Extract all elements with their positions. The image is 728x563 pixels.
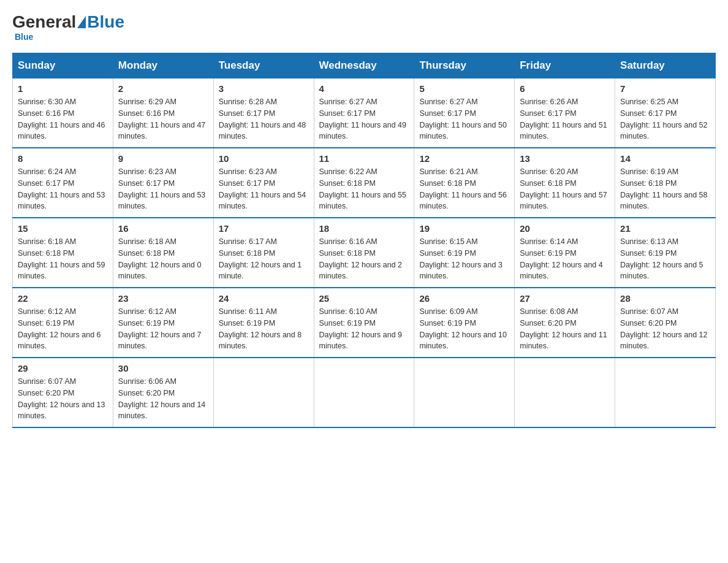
day-number: 13 <box>520 153 610 164</box>
day-info: Sunrise: 6:30 AMSunset: 6:16 PMDaylight:… <box>18 98 105 140</box>
logo-triangle-icon <box>77 16 86 28</box>
day-number: 21 <box>620 223 710 234</box>
calendar-body: 1 Sunrise: 6:30 AMSunset: 6:16 PMDayligh… <box>13 79 716 428</box>
col-wednesday: Wednesday <box>314 53 414 79</box>
day-number: 4 <box>319 83 409 94</box>
day-number: 16 <box>118 223 208 234</box>
calendar-cell: 5 Sunrise: 6:27 AMSunset: 6:17 PMDayligh… <box>414 79 515 148</box>
calendar-cell: 28 Sunrise: 6:07 AMSunset: 6:20 PMDaylig… <box>615 288 716 358</box>
day-number: 28 <box>620 293 710 304</box>
calendar-cell: 3 Sunrise: 6:28 AMSunset: 6:17 PMDayligh… <box>213 79 314 148</box>
day-info: Sunrise: 6:08 AMSunset: 6:20 PMDaylight:… <box>520 307 607 350</box>
day-info: Sunrise: 6:19 AMSunset: 6:18 PMDaylight:… <box>620 167 707 210</box>
day-number: 10 <box>219 153 309 164</box>
day-number: 22 <box>18 293 108 304</box>
calendar-cell <box>213 358 314 427</box>
day-number: 5 <box>419 83 509 94</box>
day-info: Sunrise: 6:26 AMSunset: 6:17 PMDaylight:… <box>520 98 607 140</box>
day-info: Sunrise: 6:13 AMSunset: 6:19 PMDaylight:… <box>620 237 703 280</box>
logo-general: General <box>12 12 76 32</box>
day-info: Sunrise: 6:24 AMSunset: 6:17 PMDaylight:… <box>18 167 105 210</box>
logo-underline: Blue <box>15 32 33 42</box>
day-number: 30 <box>118 363 208 373</box>
logo: General Blue Blue <box>12 12 124 42</box>
calendar-cell: 30 Sunrise: 6:06 AMSunset: 6:20 PMDaylig… <box>113 358 213 427</box>
col-thursday: Thursday <box>414 53 515 79</box>
calendar-cell: 26 Sunrise: 6:09 AMSunset: 6:19 PMDaylig… <box>414 288 515 358</box>
week-row-5: 29 Sunrise: 6:07 AMSunset: 6:20 PMDaylig… <box>13 358 716 427</box>
calendar-cell <box>615 358 716 427</box>
day-info: Sunrise: 6:21 AMSunset: 6:18 PMDaylight:… <box>419 167 506 210</box>
day-number: 26 <box>419 293 509 304</box>
day-info: Sunrise: 6:28 AMSunset: 6:17 PMDaylight:… <box>219 98 306 140</box>
calendar-cell <box>414 358 515 427</box>
day-number: 14 <box>620 153 710 164</box>
logo-blue: Blue <box>87 12 124 32</box>
day-info: Sunrise: 6:23 AMSunset: 6:17 PMDaylight:… <box>219 167 306 210</box>
calendar-cell: 29 Sunrise: 6:07 AMSunset: 6:20 PMDaylig… <box>13 358 113 427</box>
calendar-cell: 24 Sunrise: 6:11 AMSunset: 6:19 PMDaylig… <box>213 288 314 358</box>
col-saturday: Saturday <box>615 53 716 79</box>
day-info: Sunrise: 6:23 AMSunset: 6:17 PMDaylight:… <box>118 167 205 210</box>
calendar-cell: 10 Sunrise: 6:23 AMSunset: 6:17 PMDaylig… <box>213 148 314 218</box>
day-info: Sunrise: 6:22 AMSunset: 6:18 PMDaylight:… <box>319 167 406 210</box>
day-number: 19 <box>419 223 509 234</box>
day-info: Sunrise: 6:20 AMSunset: 6:18 PMDaylight:… <box>520 167 607 210</box>
calendar-cell: 14 Sunrise: 6:19 AMSunset: 6:18 PMDaylig… <box>615 148 716 218</box>
day-number: 29 <box>18 363 108 373</box>
calendar-cell: 13 Sunrise: 6:20 AMSunset: 6:18 PMDaylig… <box>515 148 615 218</box>
day-info: Sunrise: 6:07 AMSunset: 6:20 PMDaylight:… <box>18 377 105 420</box>
day-info: Sunrise: 6:12 AMSunset: 6:19 PMDaylight:… <box>18 307 101 350</box>
day-number: 17 <box>219 223 309 234</box>
day-info: Sunrise: 6:27 AMSunset: 6:17 PMDaylight:… <box>419 98 506 140</box>
day-number: 25 <box>319 293 409 304</box>
day-number: 8 <box>18 153 108 164</box>
calendar-cell: 23 Sunrise: 6:12 AMSunset: 6:19 PMDaylig… <box>113 288 213 358</box>
day-info: Sunrise: 6:18 AMSunset: 6:18 PMDaylight:… <box>118 237 202 280</box>
day-info: Sunrise: 6:10 AMSunset: 6:19 PMDaylight:… <box>319 307 403 350</box>
day-number: 7 <box>620 83 710 94</box>
calendar-cell: 6 Sunrise: 6:26 AMSunset: 6:17 PMDayligh… <box>515 79 615 148</box>
day-number: 1 <box>18 83 108 94</box>
calendar-cell: 1 Sunrise: 6:30 AMSunset: 6:16 PMDayligh… <box>13 79 113 148</box>
day-info: Sunrise: 6:15 AMSunset: 6:19 PMDaylight:… <box>419 237 502 280</box>
header-row: Sunday Monday Tuesday Wednesday Thursday… <box>13 53 716 79</box>
calendar-cell: 21 Sunrise: 6:13 AMSunset: 6:19 PMDaylig… <box>615 218 716 288</box>
day-info: Sunrise: 6:14 AMSunset: 6:19 PMDaylight:… <box>520 237 603 280</box>
day-info: Sunrise: 6:11 AMSunset: 6:19 PMDaylight:… <box>219 307 302 350</box>
day-number: 6 <box>520 83 610 94</box>
calendar-cell: 27 Sunrise: 6:08 AMSunset: 6:20 PMDaylig… <box>515 288 615 358</box>
day-number: 27 <box>520 293 610 304</box>
calendar-cell: 18 Sunrise: 6:16 AMSunset: 6:18 PMDaylig… <box>314 218 414 288</box>
calendar-cell <box>314 358 414 427</box>
week-row-1: 1 Sunrise: 6:30 AMSunset: 6:16 PMDayligh… <box>13 79 716 148</box>
calendar-cell: 11 Sunrise: 6:22 AMSunset: 6:18 PMDaylig… <box>314 148 414 218</box>
week-row-2: 8 Sunrise: 6:24 AMSunset: 6:17 PMDayligh… <box>13 148 716 218</box>
day-info: Sunrise: 6:18 AMSunset: 6:18 PMDaylight:… <box>18 237 105 280</box>
day-info: Sunrise: 6:27 AMSunset: 6:17 PMDaylight:… <box>319 98 406 140</box>
calendar-table: Sunday Monday Tuesday Wednesday Thursday… <box>12 53 716 428</box>
week-row-3: 15 Sunrise: 6:18 AMSunset: 6:18 PMDaylig… <box>13 218 716 288</box>
day-number: 2 <box>118 83 208 94</box>
calendar-cell: 7 Sunrise: 6:25 AMSunset: 6:17 PMDayligh… <box>615 79 716 148</box>
day-number: 11 <box>319 153 409 164</box>
day-number: 23 <box>118 293 208 304</box>
calendar-cell: 4 Sunrise: 6:27 AMSunset: 6:17 PMDayligh… <box>314 79 414 148</box>
calendar-cell <box>515 358 615 427</box>
day-number: 12 <box>419 153 509 164</box>
day-info: Sunrise: 6:07 AMSunset: 6:20 PMDaylight:… <box>620 307 707 350</box>
calendar-cell: 20 Sunrise: 6:14 AMSunset: 6:19 PMDaylig… <box>515 218 615 288</box>
col-sunday: Sunday <box>13 53 113 79</box>
day-number: 24 <box>219 293 309 304</box>
calendar-cell: 16 Sunrise: 6:18 AMSunset: 6:18 PMDaylig… <box>113 218 213 288</box>
day-info: Sunrise: 6:29 AMSunset: 6:16 PMDaylight:… <box>118 98 205 140</box>
week-row-4: 22 Sunrise: 6:12 AMSunset: 6:19 PMDaylig… <box>13 288 716 358</box>
calendar-cell: 8 Sunrise: 6:24 AMSunset: 6:17 PMDayligh… <box>13 148 113 218</box>
day-number: 15 <box>18 223 108 234</box>
day-info: Sunrise: 6:16 AMSunset: 6:18 PMDaylight:… <box>319 237 403 280</box>
col-monday: Monday <box>113 53 213 79</box>
day-info: Sunrise: 6:09 AMSunset: 6:19 PMDaylight:… <box>419 307 506 350</box>
col-tuesday: Tuesday <box>213 53 314 79</box>
page-header: General Blue Blue <box>12 12 716 42</box>
day-info: Sunrise: 6:17 AMSunset: 6:18 PMDaylight:… <box>219 237 302 280</box>
